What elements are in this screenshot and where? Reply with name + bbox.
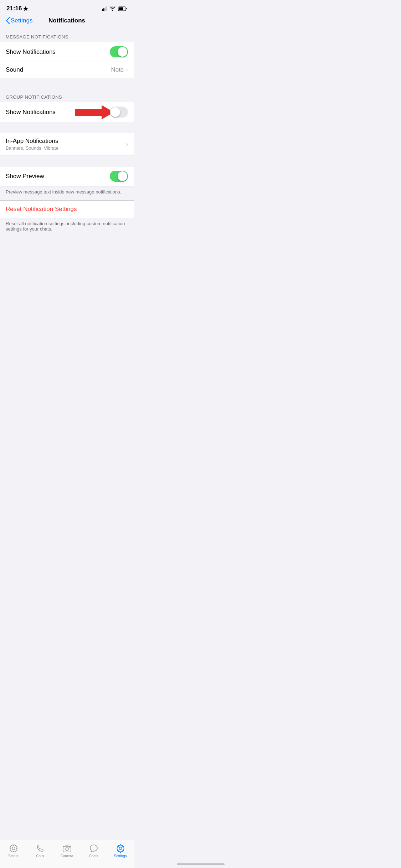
nav-bar: Settings Notifications bbox=[0, 14, 134, 29]
in-app-label-group: In-App Notifications Banners, Sounds, Vi… bbox=[6, 138, 58, 151]
bottom-spacer bbox=[0, 237, 134, 280]
group-notifications-header: GROUP NOTIFICATIONS bbox=[0, 89, 134, 102]
svg-rect-1 bbox=[119, 7, 123, 10]
spacer-1 bbox=[0, 78, 134, 89]
message-notifications-card: Show Notifications Sound Note › bbox=[0, 42, 134, 78]
reset-description: Reset all notification settings, includi… bbox=[0, 218, 134, 237]
show-preview-row: Show Preview bbox=[0, 166, 134, 186]
svg-marker-2 bbox=[75, 105, 114, 119]
toggle-knob bbox=[118, 47, 127, 57]
chevron-left-icon bbox=[6, 17, 10, 24]
spacer-3 bbox=[0, 155, 134, 166]
in-app-sublabel: Banners, Sounds, Vibrate bbox=[6, 145, 58, 151]
status-time: 21:16 bbox=[6, 5, 28, 12]
show-preview-description: Preview message text inside new message … bbox=[0, 186, 134, 200]
location-icon bbox=[23, 6, 28, 11]
wifi-icon bbox=[109, 6, 116, 11]
chevron-right-icon: › bbox=[126, 66, 128, 73]
signal-icon bbox=[102, 6, 107, 11]
msg-sound-row[interactable]: Sound Note › bbox=[0, 62, 134, 78]
msg-show-notifications-toggle[interactable] bbox=[110, 46, 128, 57]
battery-icon bbox=[118, 6, 127, 11]
reset-label[interactable]: Reset Notification Settings bbox=[6, 206, 77, 213]
page-title: Notifications bbox=[48, 17, 85, 24]
back-button[interactable]: Settings bbox=[6, 17, 32, 24]
show-preview-label: Show Preview bbox=[6, 173, 44, 180]
in-app-row[interactable]: In-App Notifications Banners, Sounds, Vi… bbox=[0, 133, 134, 155]
msg-sound-value: Note › bbox=[111, 66, 128, 73]
msg-show-notifications-label: Show Notifications bbox=[6, 48, 56, 56]
show-preview-knob bbox=[118, 171, 127, 181]
in-app-section: In-App Notifications Banners, Sounds, Vi… bbox=[0, 133, 134, 155]
annotation-arrow-icon bbox=[75, 105, 114, 119]
toggle-knob-off bbox=[110, 107, 120, 117]
msg-sound-label: Sound bbox=[6, 66, 23, 73]
status-bar: 21:16 bbox=[0, 0, 134, 14]
back-label: Settings bbox=[11, 17, 32, 24]
group-notifications-section: GROUP NOTIFICATIONS Show Notifications bbox=[0, 89, 134, 122]
status-icons bbox=[102, 6, 127, 11]
message-notifications-section: MESSAGE NOTIFICATIONS Show Notifications… bbox=[0, 29, 134, 78]
grp-show-notifications-toggle[interactable] bbox=[110, 107, 128, 118]
message-notifications-header: MESSAGE NOTIFICATIONS bbox=[0, 29, 134, 42]
spacer-2 bbox=[0, 122, 134, 133]
reset-section: Reset Notification Settings Reset all no… bbox=[0, 200, 134, 237]
group-notifications-card: Show Notifications bbox=[0, 102, 134, 122]
in-app-chevron-icon: › bbox=[126, 141, 128, 148]
show-preview-card: Show Preview bbox=[0, 166, 134, 186]
msg-sound-value-text: Note bbox=[111, 66, 124, 73]
reset-row[interactable]: Reset Notification Settings bbox=[0, 200, 134, 218]
in-app-label: In-App Notifications bbox=[6, 138, 58, 145]
grp-show-notifications-label: Show Notifications bbox=[6, 109, 56, 116]
show-preview-section: Show Preview Preview message text inside… bbox=[0, 166, 134, 200]
grp-show-notifications-row: Show Notifications bbox=[0, 102, 134, 122]
show-preview-toggle[interactable] bbox=[110, 171, 128, 182]
msg-show-notifications-row: Show Notifications bbox=[0, 42, 134, 62]
